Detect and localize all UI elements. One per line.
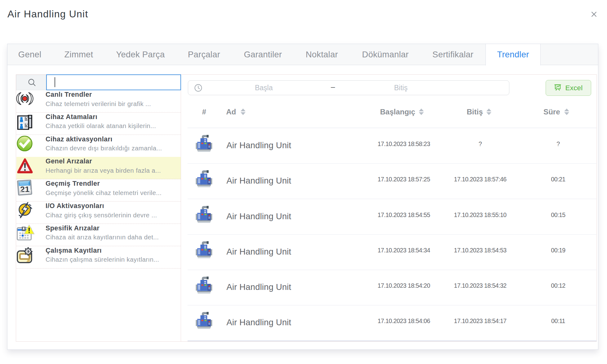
svg-text:21: 21 xyxy=(20,185,30,194)
